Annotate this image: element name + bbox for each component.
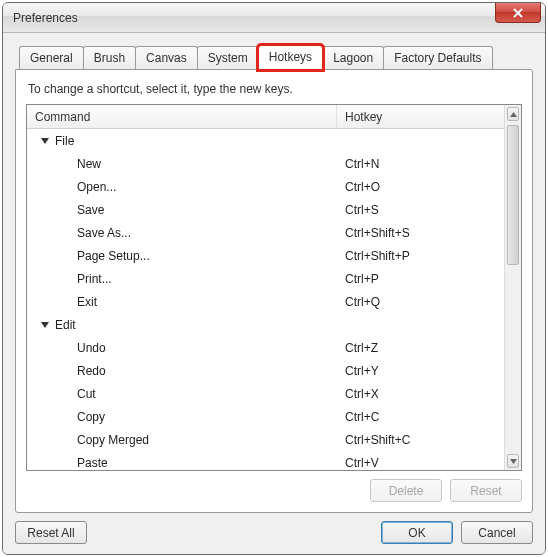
close-button[interactable] bbox=[495, 3, 541, 23]
row-hotkey: Ctrl+O bbox=[337, 180, 504, 194]
window-title: Preferences bbox=[13, 11, 78, 25]
panel-button-row: Delete Reset bbox=[26, 479, 522, 502]
tree-item[interactable]: PasteCtrl+V bbox=[27, 451, 504, 470]
row-label: Cut bbox=[77, 387, 96, 401]
row-hotkey: Ctrl+V bbox=[337, 456, 504, 470]
tab-brush[interactable]: Brush bbox=[83, 46, 136, 69]
row-label: Print... bbox=[77, 272, 112, 286]
row-hotkey: Ctrl+Shift+S bbox=[337, 226, 504, 240]
row-hotkey: Ctrl+Shift+C bbox=[337, 433, 504, 447]
tree-item[interactable]: Save As...Ctrl+Shift+S bbox=[27, 221, 504, 244]
dialog-button-row: Reset All OK Cancel bbox=[15, 513, 533, 544]
tree-group[interactable]: Edit bbox=[27, 313, 504, 336]
delete-button[interactable]: Delete bbox=[370, 479, 442, 502]
close-icon bbox=[513, 8, 523, 18]
hotkey-list: Command Hotkey FileNewCtrl+NOpen...Ctrl+… bbox=[26, 104, 522, 471]
row-hotkey: Ctrl+N bbox=[337, 157, 504, 171]
column-header-command[interactable]: Command bbox=[27, 105, 337, 128]
tree-item[interactable]: ExitCtrl+Q bbox=[27, 290, 504, 313]
tabstrip: GeneralBrushCanvasSystemHotkeysLagoonFac… bbox=[19, 45, 533, 69]
tab-general[interactable]: General bbox=[19, 46, 84, 69]
window-content: GeneralBrushCanvasSystemHotkeysLagoonFac… bbox=[3, 33, 545, 554]
row-hotkey: Ctrl+Z bbox=[337, 341, 504, 355]
tree-item[interactable]: CopyCtrl+C bbox=[27, 405, 504, 428]
row-hotkey: Ctrl+X bbox=[337, 387, 504, 401]
row-label: Paste bbox=[77, 456, 108, 470]
tab-hotkeys[interactable]: Hotkeys bbox=[258, 45, 323, 70]
tab-factory-defaults[interactable]: Factory Defaults bbox=[383, 46, 492, 69]
row-hotkey: Ctrl+S bbox=[337, 203, 504, 217]
row-label: Exit bbox=[77, 295, 97, 309]
row-hotkey: Ctrl+P bbox=[337, 272, 504, 286]
row-label: Edit bbox=[55, 318, 76, 332]
titlebar: Preferences bbox=[3, 3, 545, 33]
row-label: Save bbox=[77, 203, 104, 217]
ok-button[interactable]: OK bbox=[381, 521, 453, 544]
tree-item[interactable]: NewCtrl+N bbox=[27, 152, 504, 175]
tree-item[interactable]: Open...Ctrl+O bbox=[27, 175, 504, 198]
row-hotkey: Ctrl+Y bbox=[337, 364, 504, 378]
tree-item[interactable]: Page Setup...Ctrl+Shift+P bbox=[27, 244, 504, 267]
cancel-button[interactable]: Cancel bbox=[461, 521, 533, 544]
row-label: File bbox=[55, 134, 74, 148]
expand-collapse-icon[interactable] bbox=[41, 138, 49, 144]
tab-canvas[interactable]: Canvas bbox=[135, 46, 198, 69]
scroll-thumb[interactable] bbox=[507, 125, 519, 265]
list-header: Command Hotkey bbox=[27, 105, 504, 129]
row-label: Save As... bbox=[77, 226, 131, 240]
row-label: Redo bbox=[77, 364, 106, 378]
list-body: FileNewCtrl+NOpen...Ctrl+OSaveCtrl+SSave… bbox=[27, 129, 504, 470]
scroll-down-button[interactable] bbox=[507, 454, 519, 468]
tree-item[interactable]: SaveCtrl+S bbox=[27, 198, 504, 221]
hotkeys-panel: To change a shortcut, select it, type th… bbox=[15, 69, 533, 513]
tree-item[interactable]: Copy MergedCtrl+Shift+C bbox=[27, 428, 504, 451]
tab-lagoon[interactable]: Lagoon bbox=[322, 46, 384, 69]
row-label: Copy bbox=[77, 410, 105, 424]
tab-system[interactable]: System bbox=[197, 46, 259, 69]
row-label: Open... bbox=[77, 180, 116, 194]
row-label: New bbox=[77, 157, 101, 171]
tree-item[interactable]: Print...Ctrl+P bbox=[27, 267, 504, 290]
list-viewport: Command Hotkey FileNewCtrl+NOpen...Ctrl+… bbox=[27, 105, 504, 470]
vertical-scrollbar[interactable] bbox=[504, 105, 521, 470]
tree-group[interactable]: File bbox=[27, 129, 504, 152]
tree-item[interactable]: RedoCtrl+Y bbox=[27, 359, 504, 382]
row-label: Copy Merged bbox=[77, 433, 149, 447]
scroll-up-button[interactable] bbox=[507, 107, 519, 121]
tree-item[interactable]: UndoCtrl+Z bbox=[27, 336, 504, 359]
preferences-window: Preferences GeneralBrushCanvasSystemHotk… bbox=[2, 2, 546, 555]
reset-button[interactable]: Reset bbox=[450, 479, 522, 502]
tree-item[interactable]: CutCtrl+X bbox=[27, 382, 504, 405]
row-label: Undo bbox=[77, 341, 106, 355]
column-header-hotkey[interactable]: Hotkey bbox=[337, 105, 504, 128]
row-hotkey: Ctrl+Shift+P bbox=[337, 249, 504, 263]
instruction-text: To change a shortcut, select it, type th… bbox=[28, 82, 522, 96]
row-label: Page Setup... bbox=[77, 249, 150, 263]
row-hotkey: Ctrl+Q bbox=[337, 295, 504, 309]
reset-all-button[interactable]: Reset All bbox=[15, 521, 87, 544]
row-hotkey: Ctrl+C bbox=[337, 410, 504, 424]
expand-collapse-icon[interactable] bbox=[41, 322, 49, 328]
